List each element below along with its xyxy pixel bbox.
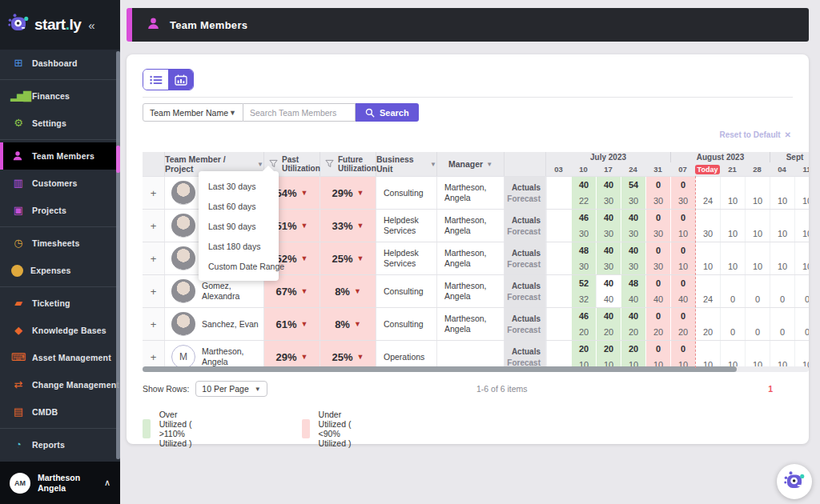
column-header-label: Manager xyxy=(448,159,483,169)
sidebar-item-customers[interactable]: ▥Customers xyxy=(0,170,120,197)
expand-row-button[interactable]: + xyxy=(143,177,165,209)
utilization-value: 29% xyxy=(332,187,353,199)
forecast-value-cell: 20 xyxy=(645,324,670,340)
sidebar-item-ticketing[interactable]: ▰Ticketing xyxy=(0,290,120,317)
menu-item-last-30-days[interactable]: Last 30 days xyxy=(199,176,279,196)
search-icon xyxy=(365,108,375,118)
chevron-up-icon[interactable]: ∧ xyxy=(104,478,111,488)
clock-icon: ◷ xyxy=(10,238,25,249)
filter-funnel-icon[interactable] xyxy=(325,159,334,168)
sidebar-item-expenses[interactable]: $Expenses xyxy=(0,257,120,284)
team-member-cell: Sanchez, Evan xyxy=(165,308,264,340)
robot-logo-icon xyxy=(6,11,30,38)
forecast-value-cell: 30 xyxy=(621,193,645,209)
utilization-value: 8% xyxy=(335,318,350,330)
sidebar-item-cmdb[interactable]: ▤CMDB xyxy=(0,398,120,426)
menu-item-last-90-days[interactable]: Last 90 days xyxy=(199,216,279,236)
sidebar-scroll-thumb[interactable] xyxy=(116,51,120,459)
expand-row-button[interactable]: + xyxy=(143,242,165,274)
header-accent-bar xyxy=(127,8,132,42)
actuals-value-cell xyxy=(770,308,794,324)
expand-column-header xyxy=(143,152,165,176)
actuals-value-cell: 0 xyxy=(645,341,670,357)
month-header: July 2023 xyxy=(546,152,670,162)
expand-row-button[interactable]: + xyxy=(143,275,165,307)
list-view-button[interactable] xyxy=(143,70,168,90)
actuals-value-cell: 40 xyxy=(621,210,645,226)
sidebar-item-asset-management[interactable]: ⌨Asset Management xyxy=(0,344,120,371)
utilization-value: 8% xyxy=(335,286,350,298)
search-category-select[interactable]: Team Member Name ▼ xyxy=(143,103,243,122)
sidebar-item-timesheets[interactable]: ◷Timesheets xyxy=(0,230,120,257)
actuals-value-cell xyxy=(695,242,720,258)
table-row: +MMartheson, Angela29%▼25%▼OperationsAct… xyxy=(143,340,809,368)
future-utilization-cell: 8%▼ xyxy=(320,275,376,307)
reset-to-default-link[interactable]: Reset to Default ✕ xyxy=(719,130,791,139)
forecast-value-cell: 10 xyxy=(695,258,720,274)
sidebar-item-change-management[interactable]: ⇄Change Management xyxy=(0,371,120,398)
down-triangle-icon: ▼ xyxy=(357,353,364,361)
row-label-cell: ActualsForecast xyxy=(504,242,546,274)
actuals-value-cell xyxy=(720,308,745,324)
horizontal-scroll-thumb[interactable] xyxy=(143,366,737,372)
expand-row-button[interactable]: + xyxy=(143,308,165,340)
page-number[interactable]: 1 xyxy=(768,384,773,394)
robot-mascot-icon xyxy=(782,469,806,495)
column-header-business-unit[interactable]: Business Unit▼ xyxy=(376,152,437,176)
expand-row-button[interactable]: + xyxy=(143,210,165,242)
actuals-value-cell: 0 xyxy=(645,275,670,291)
down-triangle-icon: ▼ xyxy=(301,353,308,361)
actuals-value-cell xyxy=(695,341,720,357)
actuals-value-cell xyxy=(695,308,720,324)
horizontal-scrollbar[interactable] xyxy=(143,366,809,372)
forecast-value-cell xyxy=(546,226,571,242)
menu-item-custom-date-range[interactable]: Custom Date Range xyxy=(199,256,279,276)
forecast-value-cell: 30 xyxy=(645,226,670,242)
sidebar-item-label: CMDB xyxy=(32,407,58,417)
team-member-name: Gomez, Alexandra xyxy=(202,281,263,302)
manager-cell: Martheson, Angela xyxy=(437,242,504,274)
sidebar-collapse-icon[interactable]: « xyxy=(88,18,94,32)
sidebar-item-finances[interactable]: ▂▅▇Finances xyxy=(0,82,120,110)
assistant-mascot-button[interactable] xyxy=(777,464,812,499)
sidebar-item-dashboard[interactable]: ⊞Dashboard xyxy=(0,50,120,77)
expand-row-button[interactable]: + xyxy=(143,341,165,368)
menu-item-last-60-days[interactable]: Last 60 days xyxy=(199,196,279,216)
user-menu[interactable]: AM Martheson Angela ∧ xyxy=(0,462,120,504)
forecast-value-cell: 10 xyxy=(770,226,794,242)
sidebar-scrollbar[interactable] xyxy=(116,50,120,504)
sidebar-item-team-members[interactable]: Team Members xyxy=(0,142,120,170)
business-unit-cell: Consulting xyxy=(376,275,437,307)
row-label-cell: ActualsForecast xyxy=(504,210,546,242)
sidebar-item-knowledge-bases[interactable]: ◆Knowledge Bases xyxy=(0,317,120,344)
date-header: 21 xyxy=(720,162,745,176)
sidebar-item-reports[interactable]: ◔Reports xyxy=(0,431,120,458)
column-header-future-utilization[interactable]: FutureUtilization xyxy=(320,152,376,176)
search-button[interactable]: Search xyxy=(356,103,419,122)
column-header-manager[interactable]: Manager▼ xyxy=(437,152,504,176)
business-unit-cell: Helpdesk Services xyxy=(376,242,437,274)
sidebar-item-label: Asset Management xyxy=(32,353,111,362)
actuals-value-cell xyxy=(770,210,794,226)
sidebar-item-settings[interactable]: ⚙Settings xyxy=(0,110,120,137)
actuals-value-cell: 0 xyxy=(645,308,670,324)
menu-item-last-180-days[interactable]: Last 180 days xyxy=(199,236,279,256)
actuals-value-cell xyxy=(695,275,720,291)
graduation-cap-icon: ◆ xyxy=(10,325,25,336)
forecast-value-cell xyxy=(546,258,571,274)
utilization-value: 67% xyxy=(276,286,297,298)
forecast-value-cell: 30 xyxy=(596,193,621,209)
schedule-view-button[interactable] xyxy=(168,70,193,90)
search-input[interactable] xyxy=(243,103,356,122)
filter-funnel-icon[interactable] xyxy=(269,159,278,168)
legend-item: Under Utilized ( <90% Utilized ) xyxy=(302,410,360,448)
actuals-value-cell: 0 xyxy=(670,210,695,226)
sidebar-item-projects[interactable]: ▣Projects xyxy=(0,197,120,224)
sidebar-item-label: Customers xyxy=(32,178,78,188)
forecast-value-cell: 10 xyxy=(670,226,695,242)
actuals-value-cell: 40 xyxy=(596,242,621,258)
future-utilization-cell: 25%▼ xyxy=(320,341,376,368)
utilization-value: 25% xyxy=(332,351,353,363)
page-size-select[interactable]: 10 Per Page ▼ xyxy=(195,381,267,397)
forecast-value-cell: 0 xyxy=(745,291,770,307)
